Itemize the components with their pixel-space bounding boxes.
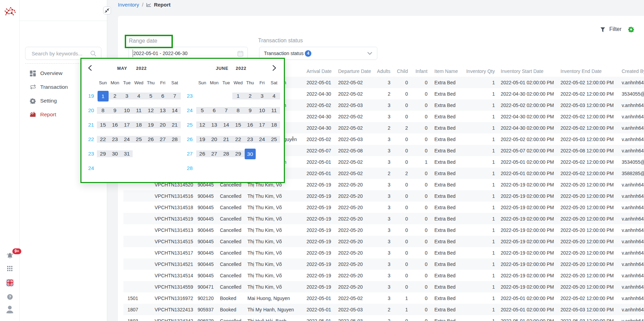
svg-text:?: ? [9,295,11,299]
